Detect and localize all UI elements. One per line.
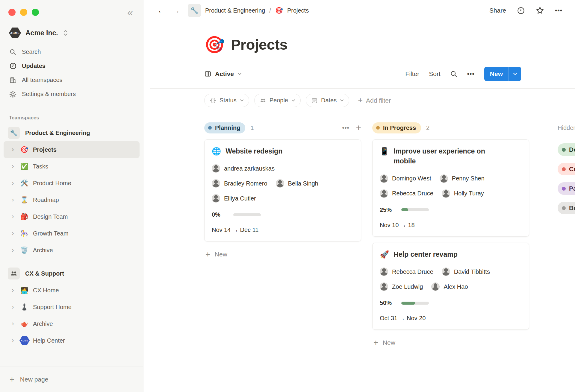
chevron-right-icon[interactable]: › (10, 337, 16, 344)
sidebar-item-help-center[interactable]: › ACME Help Center (4, 332, 140, 349)
project-card-website-redesign[interactable]: 🌐 Website redesign andrea zarkauskas Bra… (204, 139, 361, 241)
sort-button[interactable]: Sort (429, 70, 441, 78)
workspace-logo: ACME (9, 28, 21, 38)
card-people: andrea zarkauskas Bradley Romero Bella S… (212, 161, 354, 206)
person[interactable]: Alex Hao (431, 282, 468, 291)
share-button[interactable]: Share (489, 7, 506, 14)
person[interactable]: Elliya Cutler (212, 194, 256, 203)
add-filter-button[interactable]: + Add filter (358, 96, 391, 104)
avatar (440, 174, 448, 183)
breadcrumb-page[interactable]: Projects (287, 7, 309, 14)
page-title[interactable]: Projects (231, 37, 288, 53)
teamspace-cx-support[interactable]: CX & Support (4, 265, 140, 282)
sidebar-item-search[interactable]: Search (4, 45, 140, 59)
person[interactable]: Bella Singh (276, 179, 318, 188)
sidebar-item-roadmap[interactable]: › ⌛ Roadmap (4, 192, 140, 208)
sidebar-item-design-team[interactable]: › 🎒 Design Team (4, 208, 140, 225)
teamspace-product-engineering[interactable]: 🔧 Product & Engineering (4, 124, 140, 141)
status-pill-paused[interactable]: Paused (558, 182, 575, 195)
project-card-help-center-revamp[interactable]: 🚀 Help center revamp Rebecca Druce David… (372, 243, 529, 330)
new-button[interactable]: New (484, 67, 521, 81)
person[interactable]: Domingo West (380, 174, 431, 183)
progress-track (401, 208, 429, 211)
sidebar-item-updates[interactable]: Updates (4, 59, 140, 73)
filter-chip-people[interactable]: People (254, 94, 301, 107)
card-progress: 0% (212, 211, 354, 218)
chevron-right-icon[interactable]: › (10, 320, 16, 327)
back-icon[interactable]: ← (157, 7, 165, 15)
person[interactable]: David Tibbitts (442, 268, 490, 276)
page-title-emoji[interactable]: 🎯 (204, 37, 225, 53)
sidebar-item-tasks[interactable]: › ✅ Tasks (4, 158, 140, 175)
chevron-right-icon[interactable]: › (10, 146, 16, 153)
favorite-star-icon[interactable] (536, 6, 544, 15)
new-button-label[interactable]: New (484, 67, 509, 81)
zoom-window-button[interactable] (32, 9, 39, 16)
chevron-right-icon[interactable]: › (10, 304, 16, 310)
close-window-button[interactable] (8, 9, 16, 16)
project-card-improve-ux-mobile[interactable]: 📱 Improve user experience on mobile Domi… (372, 139, 529, 237)
page-emoji: ⌛ (19, 196, 29, 203)
person[interactable]: andrea zarkauskas (212, 164, 275, 173)
sidebar-item-growth-team[interactable]: › 🎠 Growth Team (4, 225, 140, 242)
sidebar-item-label: Settings & members (22, 91, 76, 98)
status-pill-backlog[interactable]: Backlog (558, 202, 575, 214)
sidebar-item-support-home[interactable]: › ♟️ Support Home (4, 299, 140, 315)
teamspaces-section-label: Teamspaces (0, 101, 143, 124)
chevron-right-icon[interactable]: › (10, 197, 16, 203)
status-pill-in-progress[interactable]: In Progress (372, 122, 421, 133)
search-icon[interactable] (450, 70, 458, 78)
column-actions: ••• + (342, 123, 361, 132)
person[interactable]: Rebecca Druce (380, 189, 433, 198)
column-add-icon[interactable]: + (356, 123, 361, 132)
column-new-card-button[interactable]: + New (204, 246, 361, 262)
sidebar-item-all-teamspaces[interactable]: All teamspaces (4, 73, 140, 87)
column-more-icon[interactable]: ••• (342, 124, 349, 131)
status-pill-planning[interactable]: Planning (204, 122, 245, 133)
chevron-right-icon[interactable]: › (10, 230, 16, 237)
view-tab-active[interactable]: Active (204, 70, 242, 78)
filter-chip-status[interactable]: Status (204, 94, 249, 107)
column-new-card-button[interactable]: + New (372, 335, 529, 351)
sidebar-item-label: Projects (33, 146, 57, 153)
toolbar-divider (150, 88, 575, 89)
chevron-right-icon[interactable]: › (10, 163, 16, 170)
filter-button[interactable]: Filter (405, 70, 420, 78)
collapse-sidebar-icon[interactable]: « (127, 7, 133, 17)
breadcrumb-teamspace[interactable]: Product & Engineering (205, 7, 265, 14)
workspace-switcher[interactable]: ACME Acme Inc. (0, 17, 143, 40)
rocket-icon: 🚀 (380, 250, 389, 259)
sidebar-item-archive[interactable]: › 🗑️ Archive (4, 242, 140, 259)
minimize-window-button[interactable] (20, 9, 27, 16)
view-options-icon[interactable]: ••• (467, 70, 475, 78)
sidebar-item-archive-cx[interactable]: › 🫖 Archive (4, 315, 140, 332)
board-view-icon (204, 70, 211, 78)
new-page-button[interactable]: + New page (4, 371, 140, 388)
chevron-right-icon[interactable]: › (10, 180, 16, 186)
sidebar-item-settings[interactable]: Settings & members (4, 87, 140, 101)
breadcrumb-teamspace-icon[interactable]: 🔧 (188, 4, 201, 17)
view-toolbar: Active Filter Sort ••• New (204, 67, 575, 81)
main-area: ← → 🔧 Product & Engineering / 🎯 Projects… (143, 0, 575, 392)
person[interactable]: Penny Shen (440, 174, 485, 183)
sidebar-item-product-home[interactable]: › 🛠️ Product Home (4, 175, 140, 192)
sidebar-item-cx-home[interactable]: › 🧑‍💻 CX Home (4, 282, 140, 299)
person[interactable]: Bradley Romero (212, 179, 267, 188)
new-page-label: New page (20, 376, 49, 383)
person[interactable]: Holly Turay (442, 189, 484, 198)
column-in-progress: In Progress 2 📱 Improve user experience … (372, 122, 529, 351)
chevron-right-icon[interactable]: › (10, 287, 16, 294)
card-progress: 50% (380, 300, 522, 306)
updates-clock-icon[interactable] (517, 7, 525, 15)
person[interactable]: Rebecca Druce (380, 268, 433, 276)
more-options-icon[interactable]: ••• (555, 7, 562, 14)
chevron-right-icon[interactable]: › (10, 213, 16, 220)
sidebar-item-projects[interactable]: › 🎯 Projects (4, 141, 140, 158)
status-pill-canceled[interactable]: Canceled (558, 163, 575, 175)
forward-icon[interactable]: → (172, 7, 180, 15)
new-button-dropdown-icon[interactable] (509, 67, 521, 81)
status-pill-done[interactable]: Done (558, 143, 575, 156)
filter-chip-dates[interactable]: Dates (306, 94, 349, 107)
person[interactable]: Zoe Ludwig (380, 282, 423, 291)
chevron-right-icon[interactable]: › (10, 247, 16, 253)
